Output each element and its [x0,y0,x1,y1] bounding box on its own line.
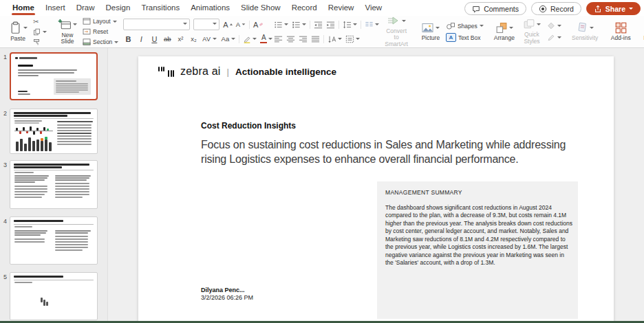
tab-view[interactable]: View [359,1,387,16]
add-ins-button[interactable]: Add-ins [608,20,633,43]
thumbnail-slide-3[interactable] [10,160,98,209]
numbering-chevron-icon[interactable] [302,23,306,25]
italic-button[interactable]: I [136,34,146,44]
sensitivity-chevron-icon[interactable] [590,27,594,29]
tab-transitions[interactable]: Transitions [136,1,185,16]
font-name-chevron-icon[interactable] [183,23,187,25]
subscript-button[interactable]: x₂ [189,34,198,44]
new-slide-button[interactable]: New Slide [55,17,80,47]
font-color-chevron-icon[interactable] [268,38,272,40]
smartart-chevron-icon[interactable] [402,20,406,22]
arrange-button[interactable]: Arrange [492,21,517,43]
bullets-chevron-icon[interactable] [284,23,288,25]
tab-review[interactable]: Review [323,1,360,16]
decrease-indent-button[interactable] [314,21,323,29]
quick-styles-chevron-icon[interactable] [537,23,541,25]
focus-text[interactable]: Focus on sustaining cost reductions in S… [201,138,569,167]
slide-canvas[interactable]: zebra ai | Actionable intelligence Cost … [138,56,614,321]
copy-chevron-icon[interactable] [43,31,47,33]
align-left-button[interactable] [274,35,283,43]
arrange-icon [495,22,508,34]
change-case-chevron-icon[interactable] [231,38,235,40]
tab-slide-show[interactable]: Slide Show [235,1,286,16]
columns-button[interactable] [365,21,379,29]
slide-logo[interactable]: zebra ai | Actionable intelligence [158,65,336,78]
line-spacing-button[interactable] [343,21,357,29]
character-spacing-chevron-icon[interactable] [213,38,217,40]
shapes-button[interactable]: Shapes [446,22,484,30]
text-box-button[interactable]: A Text Box [446,34,484,42]
font-size-combo[interactable] [193,19,219,30]
paste-chevron-icon[interactable] [23,27,28,29]
format-painter-button[interactable] [33,38,47,46]
numbering-button[interactable] [292,21,306,29]
align-right-button[interactable] [299,35,308,43]
section-button[interactable]: Section [83,38,118,46]
layout-chevron-icon[interactable] [113,21,117,23]
change-case-button[interactable]: Aa [220,34,235,44]
bold-button[interactable]: B [123,34,133,44]
layout-button[interactable]: Layout [83,17,118,25]
copy-button[interactable] [33,27,47,36]
align-text-chevron-icon[interactable] [356,38,360,40]
align-text-button[interactable] [345,35,360,43]
slide-datetime[interactable]: 3/2/2026 06:26 PM [201,294,253,301]
underline-button[interactable]: U [149,34,159,44]
thumbnail-slide-2[interactable] [10,109,98,154]
line-spacing-chevron-icon[interactable] [353,23,357,25]
quick-styles-button[interactable]: Quick Styles [519,17,544,46]
tab-insert[interactable]: Insert [40,1,71,16]
align-left-icon [274,35,283,43]
text-highlight-button[interactable] [243,35,257,43]
designer-button[interactable]: Designer [641,20,644,43]
decrease-font-button[interactable]: A [236,21,246,28]
shape-fill-button[interactable] [547,22,561,30]
thumbnail-slide-4[interactable] [10,216,98,265]
tab-animations[interactable]: Animations [185,1,235,16]
bullets-button[interactable] [274,21,288,29]
tab-design[interactable]: Design [100,1,136,16]
font-name-combo[interactable] [123,19,190,30]
record-button[interactable]: Record [531,2,581,15]
author-name[interactable]: Dilyana Penc... [201,287,245,293]
justify-button[interactable] [311,35,320,43]
tab-draw[interactable]: Draw [71,1,100,16]
sensitivity-button[interactable]: Sensitivity [570,21,600,43]
section-chevron-icon[interactable] [114,41,118,43]
increase-indent-button[interactable] [326,21,335,29]
strikethrough-button[interactable]: ab [162,34,172,44]
font-color-button[interactable]: A [260,34,272,43]
font-size-chevron-icon[interactable] [213,23,217,25]
superscript-button[interactable]: x² [175,34,185,44]
text-direction-chevron-icon[interactable] [338,38,342,40]
share-chevron-icon[interactable] [629,8,633,10]
tab-home[interactable]: Home [7,1,40,16]
cut-button[interactable]: ✂ [33,17,47,25]
shape-fill-chevron-icon[interactable] [557,25,561,27]
picture-chevron-icon[interactable] [436,27,440,29]
share-button[interactable]: Share [586,2,641,15]
shapes-chevron-icon[interactable] [480,25,484,27]
clear-formatting-button[interactable]: A [253,21,263,29]
align-center-button[interactable] [286,35,295,43]
character-spacing-button[interactable]: AV [202,34,217,44]
convert-to-smartart-button[interactable]: Convert to SmartArt [383,14,410,49]
new-slide-chevron-icon[interactable] [73,23,77,25]
thumbnail-slide-1[interactable] [10,52,98,100]
text-direction-button[interactable] [328,35,342,43]
increase-font-button[interactable]: A [223,21,232,29]
slide-heading[interactable]: Cost Reduction Insights [201,121,296,131]
arrange-chevron-icon[interactable] [509,27,513,29]
comments-button[interactable]: Comments [464,2,526,15]
management-summary-box[interactable]: MANAGEMENT SUMMARY The dashboard shows s… [377,181,578,319]
reset-button[interactable]: Reset [83,27,118,36]
shape-outline-button[interactable] [547,34,561,42]
paste-button[interactable]: Paste [6,20,30,43]
thumbnail-slide-5[interactable] [10,272,98,320]
text-highlight-chevron-icon[interactable] [253,38,257,40]
font-group: A A A B I U ab x² x₂ AV Aa [123,16,272,47]
shape-outline-chevron-icon[interactable] [557,36,561,38]
picture-button[interactable]: Picture [418,21,443,43]
insert-group: Picture Shapes A Text Box [415,16,487,47]
tab-record[interactable]: Record [286,1,323,16]
